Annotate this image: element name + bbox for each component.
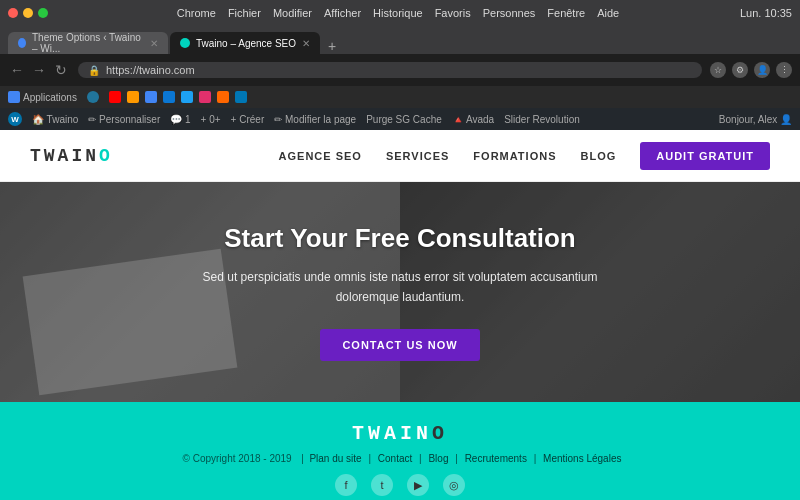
bookmark-icon-1[interactable] bbox=[109, 91, 121, 103]
browser-menu: Chrome Fichier Modifier Afficher Histori… bbox=[177, 7, 620, 19]
footer-link-plan[interactable]: Plan du site bbox=[309, 453, 361, 464]
footer-link-blog[interactable]: Blog bbox=[428, 453, 448, 464]
wp-modifier-label: ✏ Modifier la page bbox=[274, 114, 356, 125]
footer-sep-4: | bbox=[534, 453, 539, 464]
footer-sep-3: | bbox=[455, 453, 460, 464]
wp-comments-label: 💬 1 bbox=[170, 114, 190, 125]
nav-formations[interactable]: FORMATIONS bbox=[473, 150, 556, 162]
wp-bookmark-icon bbox=[87, 91, 99, 103]
traffic-lights bbox=[8, 8, 48, 18]
tab-close-twaino[interactable]: ✕ bbox=[302, 38, 310, 49]
hero-content: Start Your Free Consultation Sed ut pers… bbox=[160, 223, 640, 360]
nav-buttons: ← → ↻ bbox=[8, 62, 70, 78]
wp-item-comments[interactable]: 💬 1 bbox=[170, 114, 190, 125]
browser-tabs: Theme Options ‹ Twaino – Wi... ✕ Twaino … bbox=[0, 26, 800, 54]
footer-logo-accent: O bbox=[432, 422, 448, 445]
tab-label-theme: Theme Options ‹ Twaino – Wi... bbox=[32, 32, 144, 54]
bookmark-applications[interactable]: Applications bbox=[8, 91, 77, 103]
wp-item-avada[interactable]: 🔺 Avada bbox=[452, 114, 494, 125]
footer-link-contact[interactable]: Contact bbox=[378, 453, 412, 464]
close-button[interactable] bbox=[8, 8, 18, 18]
menu-fichier[interactable]: Fichier bbox=[228, 7, 261, 19]
browser-chrome: Chrome Fichier Modifier Afficher Histori… bbox=[0, 0, 800, 130]
bookmark-wp-icon[interactable] bbox=[87, 91, 99, 103]
extensions-icon[interactable]: ⚙ bbox=[732, 62, 748, 78]
footer-link-recrutements[interactable]: Recrutements bbox=[465, 453, 527, 464]
tab-favicon bbox=[18, 38, 26, 48]
menu-favoris[interactable]: Favoris bbox=[435, 7, 471, 19]
social-facebook-icon[interactable]: f bbox=[335, 474, 357, 496]
social-youtube-icon[interactable]: ▶ bbox=[407, 474, 429, 496]
profile-icon[interactable]: 👤 bbox=[754, 62, 770, 78]
nav-blog[interactable]: BLOG bbox=[580, 150, 616, 162]
titlebar-center: Chrome Fichier Modifier Afficher Histori… bbox=[56, 7, 740, 19]
browser-toolbar-icons: ☆ ⚙ 👤 ⋮ bbox=[710, 62, 792, 78]
menu-personnes[interactable]: Personnes bbox=[483, 7, 536, 19]
wp-item-personnaliser[interactable]: ✏ Personnaliser bbox=[88, 114, 160, 125]
lock-icon: 🔒 bbox=[88, 65, 100, 76]
wp-item-twaino[interactable]: 🏠 Twaino bbox=[32, 114, 78, 125]
minimize-button[interactable] bbox=[23, 8, 33, 18]
bookmark-star-icon[interactable]: ☆ bbox=[710, 62, 726, 78]
wp-avada-label: 🔺 Avada bbox=[452, 114, 494, 125]
menu-historique[interactable]: Historique bbox=[373, 7, 423, 19]
wp-user-greeting: Bonjour, Alex 👤 bbox=[719, 114, 792, 125]
wp-plus-label: + 0+ bbox=[201, 114, 221, 125]
bookmark-dot bbox=[8, 91, 20, 103]
website-content: TWAINO AGENCE SEO SERVICES FORMATIONS BL… bbox=[0, 130, 800, 500]
wp-item-purge[interactable]: Purge SG Cache bbox=[366, 114, 442, 125]
system-time: Lun. 10:35 bbox=[740, 7, 792, 19]
contact-us-now-button[interactable]: CONTACT US NOW bbox=[320, 329, 479, 361]
forward-button[interactable]: → bbox=[30, 62, 48, 78]
bookmark-label: Applications bbox=[23, 92, 77, 103]
menu-icon[interactable]: ⋮ bbox=[776, 62, 792, 78]
hero-section: Start Your Free Consultation Sed ut pers… bbox=[0, 182, 800, 402]
tab-favicon-active bbox=[180, 38, 190, 48]
bookmark-icon-8[interactable] bbox=[235, 91, 247, 103]
social-instagram-icon[interactable]: ◎ bbox=[443, 474, 465, 496]
footer-logo: TWAINO bbox=[30, 422, 770, 445]
bookmark-icon-4[interactable] bbox=[163, 91, 175, 103]
fullscreen-button[interactable] bbox=[38, 8, 48, 18]
footer-social: f t ▶ ◎ bbox=[30, 474, 770, 496]
wp-admin-bar: W 🏠 Twaino ✏ Personnaliser 💬 1 + 0+ + Cr… bbox=[0, 108, 800, 130]
bookmark-icon-2[interactable] bbox=[127, 91, 139, 103]
reload-button[interactable]: ↻ bbox=[52, 62, 70, 78]
footer-sep-1: | bbox=[368, 453, 373, 464]
back-button[interactable]: ← bbox=[8, 62, 26, 78]
hero-title: Start Your Free Consultation bbox=[200, 223, 600, 254]
bookmark-icon-3[interactable] bbox=[145, 91, 157, 103]
wp-admin-right: Bonjour, Alex 👤 bbox=[719, 114, 792, 125]
url-bar[interactable]: 🔒 https://twaino.com bbox=[78, 62, 702, 78]
wp-item-slider[interactable]: Slider Revolution bbox=[504, 114, 580, 125]
footer-link-mentions[interactable]: Mentions Légales bbox=[543, 453, 621, 464]
social-twitter-icon[interactable]: t bbox=[371, 474, 393, 496]
browser-tab-theme[interactable]: Theme Options ‹ Twaino – Wi... ✕ bbox=[8, 32, 168, 54]
menu-chrome[interactable]: Chrome bbox=[177, 7, 216, 19]
hero-subtitle: Sed ut perspiciatis unde omnis iste natu… bbox=[200, 268, 600, 306]
tab-close-theme[interactable]: ✕ bbox=[150, 38, 158, 49]
menu-afficher[interactable]: Afficher bbox=[324, 7, 361, 19]
browser-tab-twaino[interactable]: Twaino – Agence SEO ✕ bbox=[170, 32, 320, 54]
bookmarks-bar: Applications bbox=[0, 86, 800, 108]
menu-modifier[interactable]: Modifier bbox=[273, 7, 312, 19]
bookmark-icon-6[interactable] bbox=[199, 91, 211, 103]
wp-item-creer[interactable]: + Créer bbox=[231, 114, 265, 125]
wp-item-modifier[interactable]: ✏ Modifier la page bbox=[274, 114, 356, 125]
bookmark-icon-5[interactable] bbox=[181, 91, 193, 103]
browser-titlebar: Chrome Fichier Modifier Afficher Histori… bbox=[0, 0, 800, 26]
wp-creer-label: + Créer bbox=[231, 114, 265, 125]
tab-label-twaino: Twaino – Agence SEO bbox=[196, 38, 296, 49]
footer-copyright: © Copyright 2018 - 2019 | Plan du site |… bbox=[30, 453, 770, 464]
wp-item-plus[interactable]: + 0+ bbox=[201, 114, 221, 125]
site-header: TWAINO AGENCE SEO SERVICES FORMATIONS BL… bbox=[0, 130, 800, 182]
wp-slider-label: Slider Revolution bbox=[504, 114, 580, 125]
wp-logo[interactable]: W bbox=[8, 112, 22, 126]
nav-agence-seo[interactable]: AGENCE SEO bbox=[279, 150, 362, 162]
nav-audit-gratuit-button[interactable]: AUDIT GRATUIT bbox=[640, 142, 770, 170]
bookmark-icon-7[interactable] bbox=[217, 91, 229, 103]
nav-services[interactable]: SERVICES bbox=[386, 150, 449, 162]
new-tab-button[interactable]: + bbox=[322, 38, 342, 54]
menu-aide[interactable]: Aide bbox=[597, 7, 619, 19]
menu-fenetre[interactable]: Fenêtre bbox=[547, 7, 585, 19]
